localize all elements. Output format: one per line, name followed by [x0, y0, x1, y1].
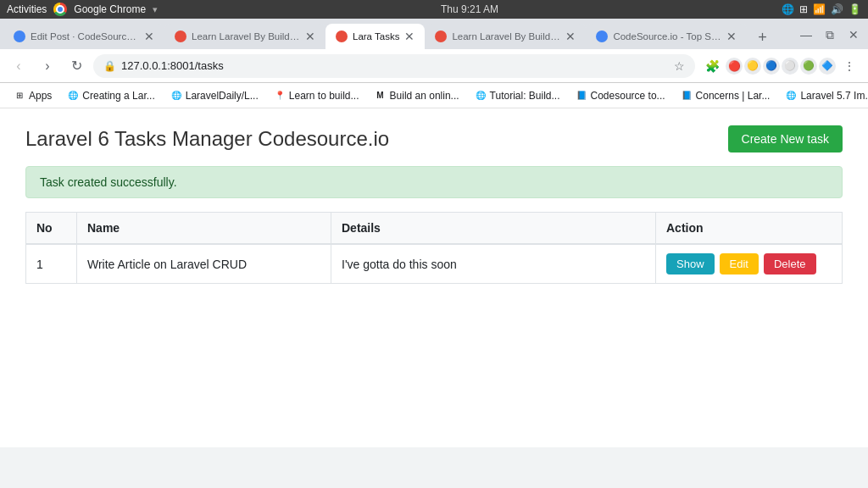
tab-codesource[interactable]: CodeSource.io - Top She... ✕: [586, 24, 747, 49]
close-button[interactable]: ✕: [843, 24, 865, 46]
sound-icon: 🔊: [831, 3, 843, 15]
tab-label: Learn Laravel By Buildin...: [452, 31, 560, 42]
bookmark-favicon-icon: 🌐: [170, 90, 182, 102]
tab-lara-tasks[interactable]: Lara Tasks ✕: [326, 24, 425, 49]
tab-favicon: [14, 30, 25, 42]
ext-icon-4[interactable]: ⚪: [782, 58, 798, 75]
bookmark-favicon-icon: 📘: [681, 90, 693, 102]
ext-icon-5[interactable]: 🟢: [800, 58, 817, 75]
bookmark-label: Tutorial: Build...: [490, 90, 560, 102]
column-header-name: Name: [77, 213, 331, 245]
bookmark-label: LaravelDaily/L...: [186, 90, 259, 102]
bookmark-favicon-icon: M: [375, 90, 387, 102]
forward-button[interactable]: ›: [36, 54, 59, 78]
bookmark-apps[interactable]: ⊞ Apps: [7, 88, 58, 103]
show-button[interactable]: Show: [666, 253, 715, 274]
bookmark-favicon-icon: 📘: [576, 90, 587, 102]
bookmark-favicon-icon: 📍: [274, 90, 286, 102]
activities-button[interactable]: Activities: [7, 3, 47, 15]
window-controls: — ⧉ ✕: [795, 24, 865, 49]
bookmark-creating-lar[interactable]: 🌐 Creating a Lar...: [60, 88, 161, 103]
tab-close-icon[interactable]: ✕: [726, 30, 737, 42]
back-button[interactable]: ‹: [7, 54, 31, 78]
task-actions: Show Edit Delete: [656, 244, 843, 284]
tab-favicon: [435, 30, 447, 42]
extensions-icon: ⊞: [799, 3, 808, 15]
bookmark-label: Learn to build...: [289, 90, 359, 102]
table-row: 1 Write Article on Laravel CRUD I've got…: [26, 244, 843, 284]
reload-button[interactable]: ↻: [64, 54, 88, 78]
bookmark-laravel57[interactable]: 🌐 Laravel 5.7 Im...: [778, 88, 868, 103]
restore-button[interactable]: ⧉: [819, 24, 841, 46]
bookmark-concerns[interactable]: 📘 Concerns | Lar...: [674, 88, 777, 103]
column-header-action: Action: [656, 213, 843, 245]
extensions-puzzle-icon[interactable]: 🧩: [700, 54, 724, 78]
tab-learn-laravel-2[interactable]: Learn Laravel By Buildin... ✕: [425, 24, 586, 49]
title-bar: Activities Google Chrome ▾ Thu 9:21 AM 🌐…: [0, 0, 868, 19]
toolbar-icons: 🧩 🔴 🟡 🔵 ⚪ 🟢 🔷 ⋮: [700, 54, 861, 78]
ext-icon-6[interactable]: 🔷: [819, 58, 836, 75]
alert-message: Task created successfully.: [40, 175, 177, 189]
wifi-icon: 📶: [813, 3, 826, 15]
bookmark-label: Build an onlin...: [390, 90, 459, 102]
ext-icon-3[interactable]: 🔵: [763, 58, 780, 75]
bookmark-laraveldaily[interactable]: 🌐 LaravelDaily/L...: [164, 88, 265, 103]
create-new-task-button[interactable]: Create New task: [728, 125, 843, 152]
battery-icon: 🔋: [849, 3, 861, 15]
address-bar: ‹ › ↻ 🔒 127.0.0.1:8001/tasks ☆ 🧩 🔴 🟡 🔵 ⚪…: [0, 49, 868, 83]
new-tab-button[interactable]: +: [750, 25, 774, 49]
bookmark-build-online[interactable]: M Build an onlin...: [368, 88, 466, 103]
column-header-details: Details: [331, 213, 656, 245]
task-number: 1: [26, 244, 77, 284]
tab-favicon: [336, 30, 348, 42]
table-header-row: No Name Details Action: [26, 213, 843, 245]
tab-edit-post[interactable]: Edit Post · CodeSource.io ✕: [3, 24, 164, 49]
tab-close-icon[interactable]: ✕: [144, 30, 154, 42]
bookmark-learn-build[interactable]: 📍 Learn to build...: [267, 88, 366, 103]
tab-favicon: [596, 30, 608, 42]
bookmark-label: Concerns | Lar...: [696, 90, 771, 102]
bookmarks-bar: ⊞ Apps 🌐 Creating a Lar... 🌐 LaravelDail…: [0, 83, 868, 108]
tab-close-icon[interactable]: ✕: [305, 30, 315, 42]
tab-close-icon[interactable]: ✕: [404, 30, 415, 42]
system-time: Thu 9:21 AM: [441, 3, 498, 15]
tabs-bar: Edit Post · CodeSource.io ✕ Learn Larave…: [0, 19, 868, 49]
bookmark-favicon-icon: 🌐: [475, 90, 487, 102]
table-body: 1 Write Article on Laravel CRUD I've got…: [26, 244, 843, 284]
extensions-bar: 🔴 🟡 🔵 ⚪ 🟢 🔷: [726, 58, 836, 75]
success-alert: Task created successfully.: [25, 166, 843, 198]
tab-learn-laravel-1[interactable]: Learn Laravel By Building... ✕: [164, 24, 326, 49]
browser-name: Google Chrome: [74, 3, 146, 15]
bookmark-label: Creating a Lar...: [82, 90, 154, 102]
bookmark-favicon-icon: 🌐: [67, 90, 79, 102]
bookmark-favicon-icon: 🌐: [785, 90, 797, 102]
page-content: Laravel 6 Tasks Manager Codesource.io Cr…: [0, 108, 868, 447]
chrome-icon: [53, 3, 67, 16]
bookmark-star-icon[interactable]: ☆: [674, 59, 685, 73]
menu-button[interactable]: ⋮: [837, 54, 861, 78]
bookmark-label: Codesource to...: [591, 90, 665, 102]
tab-label: Edit Post · CodeSource.io: [31, 31, 139, 42]
lock-icon: 🔒: [103, 60, 116, 72]
address-input[interactable]: 🔒 127.0.0.1:8001/tasks ☆: [93, 54, 695, 78]
table-header: No Name Details Action: [26, 213, 843, 245]
url-display: 127.0.0.1:8001/tasks: [121, 59, 669, 72]
ext-icon-1[interactable]: 🔴: [726, 58, 743, 75]
action-buttons: Show Edit Delete: [666, 253, 832, 274]
bookmark-label: Apps: [29, 90, 52, 102]
delete-button[interactable]: Delete: [764, 253, 816, 274]
tab-label: Lara Tasks: [353, 31, 399, 42]
ext-icon-2[interactable]: 🟡: [744, 58, 761, 75]
network-icon: 🌐: [782, 3, 794, 15]
tab-favicon: [175, 30, 186, 42]
page-title: Laravel 6 Tasks Manager Codesource.io: [25, 127, 389, 151]
task-details: I've gotta do this soon: [331, 244, 656, 284]
tasks-table: No Name Details Action 1 Write Article o…: [25, 212, 843, 284]
tab-close-icon[interactable]: ✕: [565, 30, 576, 42]
column-header-no: No: [26, 213, 77, 245]
bookmark-codesource[interactable]: 📘 Codesource to...: [569, 88, 672, 103]
minimize-button[interactable]: —: [795, 24, 817, 46]
edit-button[interactable]: Edit: [720, 253, 759, 274]
apps-grid-icon: ⊞: [14, 90, 25, 102]
bookmark-tutorial[interactable]: 🌐 Tutorial: Build...: [468, 88, 567, 103]
